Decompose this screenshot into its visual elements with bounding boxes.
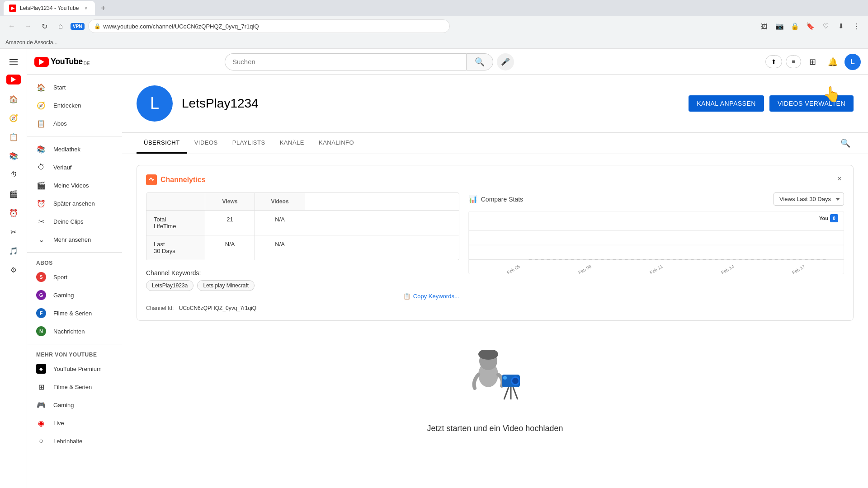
nav-item-abos[interactable]: 📋 Abos (27, 114, 122, 132)
channelytics-logo (146, 174, 157, 185)
channelytics-title: Channelytics (160, 176, 206, 184)
chart-you-label: You 0 (819, 214, 838, 222)
yt-premium-label: YouTube Premium (53, 366, 102, 372)
videos-verwalten-button[interactable]: VIDEOS VERWALTEN (769, 95, 854, 112)
filme-channel-label: Filme & Serien (53, 310, 92, 317)
refresh-button[interactable]: ↻ (38, 20, 51, 33)
channel-tabs: ÜBERSICHT VIDEOS PLAYLISTS KANÄLE KANALI… (122, 133, 868, 154)
yt-logo[interactable]: YouTube DE (34, 57, 90, 67)
mini-explore-icon[interactable]: 🧭 (5, 109, 23, 127)
address-bar[interactable]: 🔒 www.youtube.com/channel/UCoCN6zQPHQZ_0… (88, 19, 450, 33)
extension-btn-5[interactable]: ♡ (819, 20, 832, 33)
tab-ubersicht[interactable]: ÜBERSICHT (137, 133, 187, 154)
nav-yt-premium[interactable]: ◆ YouTube Premium (27, 360, 122, 378)
stats-last30-videos: N/A (255, 235, 305, 260)
channelytics-header: Channelytics (146, 174, 844, 185)
stats-videos-header: Videos (255, 193, 305, 210)
nav-sport-channel[interactable]: S Sport (27, 268, 122, 286)
nav-gaming-mehr[interactable]: 🎮 Gaming (27, 396, 122, 414)
copy-keywords-button[interactable]: 📋 Copy Keywords... (403, 293, 459, 300)
channel-avatar: L (137, 85, 173, 122)
mini-subs-icon[interactable]: 📋 (5, 128, 23, 146)
tab-kanale[interactable]: KANÄLE (273, 133, 311, 154)
nav-entdecken-label: Entdecken (53, 102, 81, 109)
back-button[interactable]: ← (5, 20, 18, 33)
nav-clips-label: Deine Clips (53, 218, 83, 225)
compare-dropdown[interactable]: Views Last 30 Days Views Last 7 Days Vie… (774, 192, 844, 206)
watch-later-icon: ⏰ (36, 199, 46, 208)
channelytics-close-button[interactable]: × (833, 173, 846, 185)
nav-meine-videos-label: Meine Videos (53, 182, 89, 189)
vpn-extension[interactable]: VPN (71, 23, 85, 30)
channel-id-label: Channel Id: (146, 305, 174, 311)
mini-later-icon[interactable]: ⏰ (5, 204, 23, 222)
mini-history-icon[interactable]: ⏱ (5, 166, 23, 184)
nav-filme-serien-mehr[interactable]: ⊞ Filme & Serien (27, 378, 122, 396)
nav-verlauf-label: Verlauf (53, 164, 71, 171)
stats-row-total: Total LifeTime 21 N/A (146, 211, 459, 235)
nav-gaming-channel[interactable]: G Gaming (27, 286, 122, 304)
empty-illustration (459, 350, 531, 413)
forward-button[interactable]: → (22, 20, 34, 33)
chart-area: You 0 (468, 211, 844, 274)
mini-clips-icon[interactable]: ✂ (5, 223, 23, 241)
tab-close-button[interactable]: × (82, 5, 90, 12)
nav-item-mediathek[interactable]: 📚 Mediathek (27, 140, 122, 158)
tab-playlists[interactable]: PLAYLISTS (225, 133, 273, 154)
active-tab[interactable]: ▶ LetsPlay1234 - YouTube × (4, 1, 95, 15)
browser-menu-btn[interactable]: ⋮ (850, 20, 863, 33)
apps-button[interactable]: ⊞ (805, 54, 821, 70)
nav-item-spaeter[interactable]: ⏰ Später ansehen (27, 194, 122, 212)
nav-item-entdecken[interactable]: 🧭 Entdecken (27, 96, 122, 114)
nav-item-verlauf[interactable]: ⏱ Verlauf (27, 158, 122, 176)
nachrichten-channel-avatar: N (36, 326, 46, 336)
upload-btn[interactable]: ⬆ (765, 55, 782, 68)
gaming-channel-label: Gaming (53, 292, 74, 299)
nav-mehr-ansehen[interactable]: ⌄ Mehr ansehen (27, 230, 122, 249)
new-tab-button[interactable]: + (97, 2, 109, 14)
gaming-mehr-icon: 🎮 (36, 401, 46, 409)
nav-live-mehr[interactable]: ◉ Live (27, 414, 122, 432)
extension-btn-4[interactable]: 🔖 (804, 20, 816, 33)
mini-channel-icon[interactable]: 🎬 (5, 185, 23, 203)
extension-btn-6[interactable]: ⬇ (835, 20, 847, 33)
tab-videos[interactable]: VIDEOS (187, 133, 225, 154)
user-avatar[interactable]: L (844, 54, 861, 70)
nav-item-clips[interactable]: ✂ Deine Clips (27, 212, 122, 230)
notifications-bell[interactable]: 🔔 (825, 54, 841, 70)
chevron-down-icon: ⌄ (36, 235, 46, 244)
browser-chrome: ▶ LetsPlay1234 - YouTube × + ← → ↻ ⌂ VPN… (0, 0, 868, 49)
nav-nachrichten-channel[interactable]: N Nachrichten (27, 322, 122, 340)
nav-lehrinhalte-mehr[interactable]: ○ Lehrinhalte (27, 432, 122, 450)
mini-home-icon[interactable]: 🏠 (5, 90, 23, 108)
mini-library-icon[interactable]: 📚 (5, 147, 23, 165)
topbar-ext-btn[interactable]: ≡ (786, 55, 801, 68)
stats-header-row: Views Videos (146, 193, 459, 211)
live-icon: ◉ (36, 419, 46, 427)
home-button[interactable]: ⌂ (54, 20, 67, 33)
empty-state: Jetzt starten und ein Video hochladen (122, 332, 868, 451)
hamburger-mini[interactable] (5, 53, 23, 71)
kanal-anpassen-button[interactable]: KANAL ANPASSEN (689, 95, 764, 112)
bookmark-amazon[interactable]: Amazon.de Associa... (5, 39, 57, 46)
toolbar-right: 🖼 📷 🔒 🔖 ♡ ⬇ ⋮ (758, 20, 863, 33)
compare-header: 📊 Compare Stats Views Last 30 Days Views… (468, 192, 844, 206)
nav-item-meine-videos[interactable]: 🎬 Meine Videos (27, 176, 122, 194)
history-icon: ⏱ (36, 163, 46, 171)
tab-search-button[interactable]: 🔍 (837, 135, 854, 151)
mic-button[interactable]: 🎤 (497, 53, 514, 70)
tab-kanalinfo[interactable]: KANALINFO (311, 133, 361, 154)
mini-music-icon[interactable]: 🎵 (5, 242, 23, 260)
yt-logo-mini[interactable] (6, 75, 21, 84)
nav-item-start[interactable]: 🏠 Start (27, 78, 122, 96)
search-button[interactable]: 🔍 (466, 53, 493, 70)
home-icon: 🏠 (36, 83, 46, 92)
search-input[interactable] (225, 53, 466, 70)
extension-btn-3[interactable]: 🔒 (788, 20, 801, 33)
mini-settings-icon[interactable]: ⚙ (5, 261, 23, 279)
filme-serien-mehr-icon: ⊞ (36, 383, 46, 391)
extension-btn-2[interactable]: 📷 (773, 20, 786, 33)
yt-country-code: DE (84, 61, 90, 66)
extension-btn-1[interactable]: 🖼 (758, 20, 770, 33)
nav-filme-channel[interactable]: F Filme & Serien (27, 304, 122, 322)
